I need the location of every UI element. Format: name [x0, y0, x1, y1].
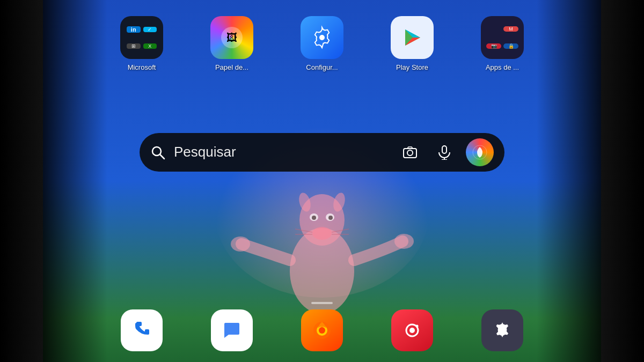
svg-point-10 [328, 216, 333, 220]
phone-frame: in ✓ ⊞ X Microsoft 🖼 Papel de... [0, 0, 644, 362]
right-bezel [601, 0, 644, 362]
left-bezel [0, 0, 43, 362]
svg-point-1 [231, 237, 250, 252]
svg-point-2 [394, 234, 414, 249]
svg-point-26 [319, 327, 325, 334]
microsoft-label: Microsoft [128, 63, 156, 71]
papel-label: Papel de... [215, 63, 248, 71]
svg-point-28 [409, 328, 415, 333]
microsoft-icon: in ✓ ⊞ X [120, 16, 163, 59]
config-icon [301, 16, 343, 59]
assistant-button[interactable] [466, 138, 494, 166]
app-item-playstore[interactable]: Play Store [391, 16, 434, 71]
apps-folder-icon: M 📷 🔒 [481, 16, 524, 59]
svg-point-29 [416, 325, 419, 328]
dock-firefox[interactable] [301, 309, 343, 351]
app-item-folder[interactable]: M 📷 🔒 Apps de ... [481, 16, 524, 71]
dock-phone[interactable] [121, 309, 163, 351]
playstore-icon [391, 16, 434, 59]
dock-messages[interactable] [211, 309, 253, 351]
dock-camera-app[interactable] [391, 309, 433, 351]
dock-settings[interactable] [481, 309, 523, 351]
search-bar[interactable]: Pesquisar [140, 133, 504, 172]
page-indicator [311, 302, 333, 304]
camera-search-button[interactable] [397, 139, 423, 165]
config-label: Configur... [306, 63, 338, 71]
pink-panther-illustration [225, 164, 419, 314]
svg-point-4 [312, 227, 332, 240]
app-item-papel[interactable]: 🖼 Papel de... [210, 16, 253, 71]
screen: in ✓ ⊞ X Microsoft 🖼 Papel de... [43, 0, 601, 362]
papel-icon: 🖼 [210, 16, 253, 59]
search-placeholder-text: Pesquisar [174, 144, 389, 160]
playstore-label: Play Store [396, 63, 428, 71]
mic-search-button[interactable] [431, 139, 457, 165]
svg-line-17 [160, 154, 164, 159]
svg-point-19 [407, 150, 413, 156]
app-item-microsoft[interactable]: in ✓ ⊞ X Microsoft [120, 16, 163, 71]
folder-label: Apps de ... [486, 63, 519, 71]
top-app-icons-row: in ✓ ⊞ X Microsoft 🖼 Papel de... [97, 16, 547, 71]
svg-point-8 [312, 216, 316, 220]
bottom-dock [97, 309, 547, 351]
search-icon [150, 145, 165, 160]
app-item-config[interactable]: Configur... [301, 16, 343, 71]
svg-rect-20 [442, 146, 447, 153]
